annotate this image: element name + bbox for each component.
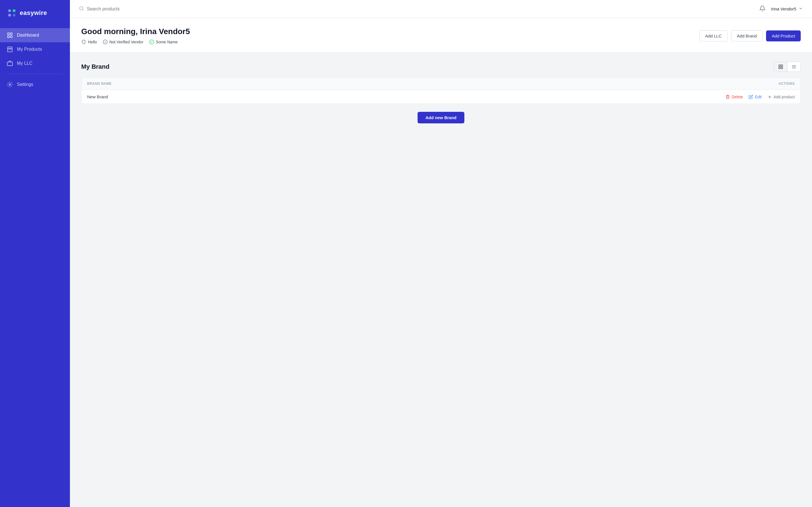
main-content: Irina Vendor5 Good morning, Irina Vendor… bbox=[70, 0, 812, 507]
svg-rect-15 bbox=[779, 67, 780, 69]
search-icon bbox=[79, 6, 84, 12]
svg-rect-4 bbox=[8, 33, 9, 35]
svg-point-3 bbox=[13, 14, 15, 17]
add-product-button[interactable]: Add Product bbox=[766, 31, 801, 41]
logo-icon bbox=[7, 8, 17, 18]
brand-table: BRAND NAME ACTIONS New Brand bbox=[81, 77, 801, 104]
add-brand-button[interactable]: Add Brand bbox=[731, 31, 763, 41]
welcome-title: Good morning, Irina Vendor5 bbox=[81, 27, 190, 36]
svg-rect-13 bbox=[779, 65, 780, 66]
sidebar-item-my-llc[interactable]: My LLC bbox=[0, 56, 70, 70]
col-actions-header: ACTIONS bbox=[779, 82, 795, 86]
edit-brand-button[interactable]: Edit bbox=[749, 95, 762, 99]
check-circle-outline-icon bbox=[103, 40, 108, 45]
welcome-badges: Hello Not Verified Vendor bbox=[81, 40, 190, 45]
edit-label: Edit bbox=[755, 95, 762, 99]
user-name: Irina Vendor5 bbox=[771, 6, 796, 11]
brand-section: My Brand bbox=[70, 53, 812, 132]
dashboard-icon bbox=[7, 32, 13, 38]
add-product-row-label: Add product bbox=[774, 95, 795, 99]
chevron-down-icon bbox=[799, 6, 803, 11]
settings-icon bbox=[7, 81, 13, 88]
table-header: BRAND NAME ACTIONS bbox=[82, 78, 801, 90]
sidebar-item-settings-label: Settings bbox=[17, 82, 33, 87]
view-toggle bbox=[774, 62, 801, 72]
check-circle-filled-icon bbox=[149, 40, 154, 45]
add-product-row-button[interactable]: Add product bbox=[767, 95, 795, 99]
grid-icon bbox=[778, 64, 783, 69]
edit-icon bbox=[749, 95, 753, 99]
sidebar: easywire Dashboard My Products bbox=[0, 0, 70, 507]
search-wrapper bbox=[79, 6, 755, 12]
sidebar-nav: Dashboard My Products My LLC Settings bbox=[0, 26, 70, 94]
add-new-brand-button[interactable]: Add new Brand bbox=[417, 112, 464, 123]
sidebar-item-my-products-label: My Products bbox=[17, 47, 42, 52]
topbar-right: Irina Vendor5 bbox=[759, 5, 803, 13]
svg-rect-14 bbox=[781, 65, 783, 66]
svg-rect-8 bbox=[7, 62, 12, 66]
svg-point-9 bbox=[9, 83, 11, 86]
shield-icon bbox=[81, 40, 86, 45]
user-menu[interactable]: Irina Vendor5 bbox=[771, 6, 803, 11]
logo-area: easywire bbox=[0, 0, 70, 26]
brand-section-title: My Brand bbox=[81, 63, 109, 70]
sidebar-item-dashboard[interactable]: Dashboard bbox=[0, 28, 70, 42]
trash-icon bbox=[725, 95, 730, 99]
topbar: Irina Vendor5 bbox=[70, 0, 812, 18]
welcome-actions: Add LLC Add Brand Add Product bbox=[699, 31, 801, 41]
col-brand-name-header: BRAND NAME bbox=[87, 82, 779, 86]
list-view-button[interactable] bbox=[788, 62, 801, 71]
svg-point-10 bbox=[80, 6, 83, 10]
add-brand-wrapper: Add new Brand bbox=[81, 112, 801, 123]
sidebar-item-dashboard-label: Dashboard bbox=[17, 33, 39, 38]
svg-rect-5 bbox=[10, 33, 12, 35]
badge-hello: Hello bbox=[81, 40, 97, 45]
svg-rect-7 bbox=[10, 36, 12, 38]
products-icon bbox=[7, 46, 13, 52]
sidebar-item-settings[interactable]: Settings bbox=[0, 77, 70, 92]
brand-name-cell: New Brand bbox=[87, 94, 725, 99]
app-name: easywire bbox=[20, 9, 47, 17]
search-input[interactable] bbox=[87, 6, 166, 11]
table-row: New Brand Delete bbox=[82, 90, 801, 104]
svg-point-1 bbox=[13, 9, 15, 12]
badge-not-verified: Not Verified Vendor bbox=[103, 40, 144, 45]
list-icon bbox=[792, 64, 797, 69]
grid-view-button[interactable] bbox=[774, 62, 788, 71]
welcome-section: Good morning, Irina Vendor5 Hello Not bbox=[70, 18, 812, 53]
badge-not-verified-label: Not Verified Vendor bbox=[109, 40, 144, 44]
svg-point-2 bbox=[8, 14, 11, 17]
page-content: Good morning, Irina Vendor5 Hello Not bbox=[70, 18, 812, 507]
sidebar-item-my-products[interactable]: My Products bbox=[0, 42, 70, 56]
plus-icon bbox=[767, 95, 772, 99]
delete-brand-button[interactable]: Delete bbox=[725, 95, 743, 99]
notification-bell-icon[interactable] bbox=[759, 5, 765, 13]
svg-point-0 bbox=[8, 9, 11, 12]
svg-rect-6 bbox=[8, 36, 9, 38]
sidebar-divider bbox=[7, 74, 63, 74]
llc-icon bbox=[7, 60, 13, 66]
badge-hello-label: Hello bbox=[88, 40, 97, 44]
sidebar-item-my-llc-label: My LLC bbox=[17, 61, 33, 66]
badge-some-name-label: Some Name bbox=[156, 40, 178, 44]
row-actions: Delete Edit bbox=[725, 95, 795, 99]
delete-label: Delete bbox=[732, 95, 743, 99]
badge-some-name: Some Name bbox=[149, 40, 178, 45]
add-llc-button[interactable]: Add LLC bbox=[699, 31, 727, 41]
svg-rect-16 bbox=[781, 67, 783, 69]
welcome-left: Good morning, Irina Vendor5 Hello Not bbox=[81, 27, 190, 45]
brand-header: My Brand bbox=[81, 62, 801, 72]
